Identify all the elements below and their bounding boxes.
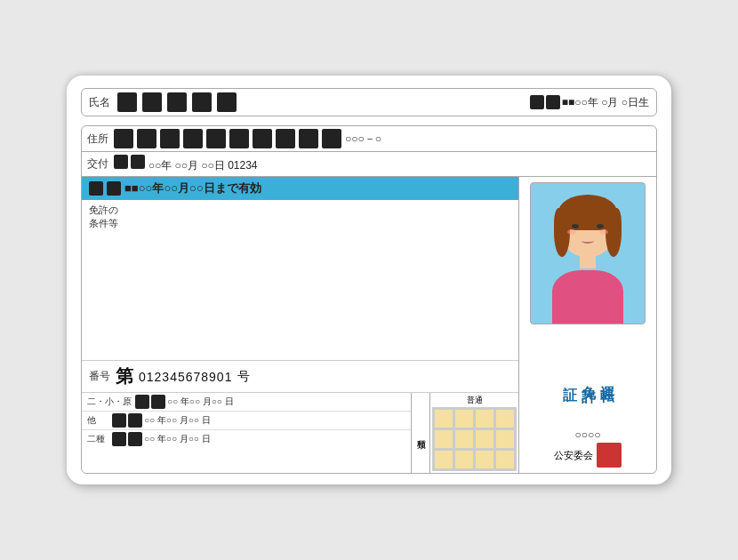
eye-right (597, 224, 604, 228)
number-value: 012345678901 (139, 370, 232, 384)
dob-field: ■■○○年 ○月 ○日生 (530, 95, 649, 110)
left-panel: ■■○○年○○月○○日まで有効 免許の条件等 番号 第 012345678901… (82, 177, 518, 473)
val-block-2 (107, 181, 121, 196)
db4 (128, 413, 142, 428)
addr-b8 (276, 129, 295, 148)
addr-b5 (206, 129, 226, 148)
date-value-2: ○○ 年○○ 月○○ 日 (112, 413, 211, 428)
address-blocks: ○○○－○ (114, 129, 651, 148)
addr-b1 (114, 129, 133, 148)
address-label: 住所 (87, 132, 108, 147)
address-row: 住所 ○○○－○ (82, 126, 656, 152)
cat-8 (495, 429, 515, 449)
address-value: ○○○－○ (345, 132, 381, 147)
name-block-1 (117, 92, 137, 112)
db2 (151, 395, 165, 409)
date-row-1: 二・小・原 ○○ 年○○ 月○○ 日 (82, 393, 411, 412)
date-row-3: 二種 ○○ 年○○ 月○○ 日 (82, 430, 411, 448)
cat-5 (434, 429, 453, 449)
cat-7 (475, 429, 494, 449)
cat-4 (495, 409, 515, 428)
cat-1 (434, 409, 453, 428)
date-value-3: ○○ 年○○ 月○○ 日 (112, 432, 211, 446)
number-label: 番号 (89, 369, 110, 384)
issue-label: 交付 (87, 156, 108, 172)
val-block-1 (89, 181, 103, 196)
category-label: 種類 (412, 393, 430, 473)
number-go: 号 (237, 369, 250, 385)
photo-area (530, 182, 646, 324)
cat-6 (454, 429, 474, 449)
category-grid (432, 407, 517, 471)
date-row-2: 他 ○○ 年○○ 月○○ 日 (82, 412, 411, 430)
right-panel: 運転免許証 ○○○○ 公安委会 (518, 177, 656, 473)
license-card: 氏名 ■■○○年 ○月 ○日生 住所 (67, 76, 671, 484)
cat-2 (454, 409, 474, 428)
cat-10 (454, 450, 474, 469)
cat-9 (434, 450, 453, 469)
cheek-left (567, 229, 576, 235)
dob-block-1 (530, 95, 544, 109)
date-label-1: 二・小・原 (87, 396, 132, 408)
category-section: 種類 普通 (411, 393, 518, 473)
number-dai: 第 (116, 364, 133, 388)
date-label-2: 他 (87, 414, 108, 427)
bottom-rows: 二・小・原 ○○ 年○○ 月○○ 日 他 (82, 392, 518, 473)
addr-b10 (322, 129, 341, 148)
validity-row: ■■○○年○○月○○日まで有効 (82, 177, 518, 200)
cat-3 (475, 409, 494, 428)
issue-block-2 (131, 155, 145, 169)
issuer-label: 公安委会 (554, 449, 593, 462)
validity-text: ■■○○年○○月○○日まで有効 (124, 180, 261, 196)
person-body (552, 270, 623, 324)
issue-value: ○○年 ○○月 ○○日 01234 (114, 155, 258, 173)
name-block-3 (167, 92, 187, 112)
seal-square (597, 443, 622, 468)
issue-block-1 (114, 155, 128, 169)
issue-row: 交付 ○○年 ○○月 ○○日 01234 (82, 152, 656, 177)
addr-b3 (160, 129, 180, 148)
name-label: 氏名 (89, 95, 110, 110)
person-mouth (582, 238, 594, 244)
issuer-area: ○○○○ 公安委会 (525, 428, 651, 468)
name-block-5 (217, 92, 237, 112)
conditions-area: 免許の条件等 (82, 200, 518, 360)
dob-text: ■■○○年 ○月 ○日生 (562, 95, 649, 110)
addr-b2 (137, 129, 156, 148)
db1 (135, 395, 149, 409)
name-dob-section: 氏名 ■■○○年 ○月 ○日生 (81, 88, 657, 116)
addr-b7 (253, 129, 272, 148)
date-label-3: 二種 (87, 433, 108, 445)
dob-block-2 (546, 95, 560, 109)
middle-section: 住所 ○○○－○ 交付 ○○年 ○○月 ○○日 01234 (81, 125, 657, 474)
date-value-1: ○○ 年○○ 月○○ 日 (135, 395, 234, 409)
dates-column: 二・小・原 ○○ 年○○ 月○○ 日 他 (82, 393, 411, 473)
conditions-text: 免許の条件等 (89, 204, 118, 228)
issuer-name: ○○○○ (575, 428, 601, 441)
addr-b6 (229, 129, 249, 148)
addr-b9 (299, 129, 318, 148)
cat-11 (475, 450, 494, 469)
name-blocks (117, 92, 523, 112)
cat-12 (495, 450, 515, 469)
name-block-4 (192, 92, 212, 112)
person-illustration (543, 190, 632, 324)
main-content: ■■○○年○○月○○日まで有効 免許の条件等 番号 第 012345678901… (82, 177, 656, 473)
license-title: 運転免許証 (558, 372, 618, 381)
db6 (128, 432, 142, 446)
db5 (112, 432, 126, 446)
addr-b4 (183, 129, 203, 148)
name-block-2 (142, 92, 162, 112)
eye-left (572, 224, 579, 228)
cheek-right (599, 229, 608, 235)
number-row: 番号 第 012345678901 号 (82, 360, 518, 392)
db3 (112, 413, 126, 428)
category-sub: 普通 (467, 395, 483, 406)
person-face (561, 199, 614, 257)
